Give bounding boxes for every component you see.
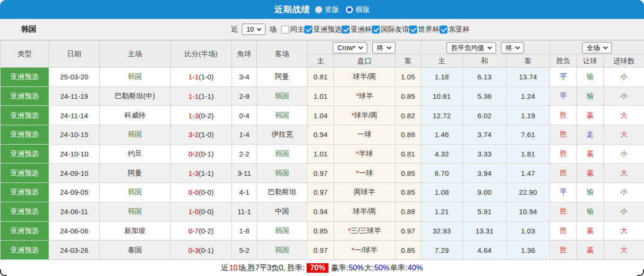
- cell-avg-home: 1.18: [421, 68, 463, 87]
- avg-type-select[interactable]: 胜平负均值: [447, 42, 496, 53]
- cell-score: 0-7(0-2): [171, 221, 232, 241]
- table-row[interactable]: 亚洲预选 24-03-26 泰国 0-3(0-1) 5-2 韩国 0.97 *一…: [0, 241, 644, 260]
- fulltime-score: 0-0: [189, 188, 199, 196]
- cell-odds-home: 0.85: [308, 221, 334, 241]
- table-row[interactable]: 亚洲预选 24-11-19 巴勒斯坦(中) 1-1(1-1) 2-8 韩国 1.…: [0, 86, 644, 106]
- cell-competition-type: 亚洲预选: [0, 106, 49, 125]
- filter-controls: 近 10 场 同主亚洲预选亚洲杯国际友谊世界杯东亚杯: [174, 24, 470, 35]
- competition-filter[interactable]: 国际友谊: [372, 25, 409, 34]
- cell-date: 24-11-19: [49, 86, 100, 106]
- avg-time-select[interactable]: 终: [501, 42, 524, 53]
- cell-competition-type: 亚洲预选: [0, 183, 49, 202]
- table-row[interactable]: 亚洲预选 24-06-11 韩国 1-0(0-0) 11-1 中国 0.94 球…: [0, 202, 644, 221]
- cell-date: 24-09-10: [49, 164, 100, 183]
- competition-filter[interactable]: 同主: [281, 25, 304, 34]
- cell-home-team[interactable]: 韩国: [100, 68, 171, 87]
- cell-away-team[interactable]: 韩国: [257, 106, 308, 125]
- halftime-score: (1-1): [199, 169, 214, 177]
- cell-corners: 3-4: [232, 68, 257, 87]
- cell-avg-draw: 3.33: [463, 144, 507, 164]
- layout-mode-group: 竖版横版: [315, 5, 370, 14]
- cell-odds-away: 0.85: [395, 164, 421, 183]
- cell-handicap: 两球半: [334, 183, 395, 202]
- cell-handicap: 一球: [334, 125, 395, 145]
- cell-avg-draw: 5.91: [463, 202, 507, 221]
- chevron-down-icon: [488, 44, 492, 49]
- table-row[interactable]: 亚洲预选 24-09-05 韩国 0-0(0-0) 4-1 巴勒斯坦 0.97 …: [0, 183, 644, 202]
- cell-odds-away: 0.85: [395, 86, 421, 106]
- cell-away-team[interactable]: 中国: [257, 202, 308, 221]
- cell-avg-home: 4.32: [421, 144, 463, 164]
- cell-avg-away: 1.36: [507, 241, 550, 260]
- cell-home-team[interactable]: 韩国: [100, 183, 171, 202]
- cell-home-team[interactable]: 韩国: [100, 125, 171, 145]
- odds-time-select[interactable]: 终: [372, 42, 395, 53]
- table-row[interactable]: 亚洲预选 24-10-10 约旦 0-2(0-1) 2-2 韩国 1.01 *半…: [0, 144, 644, 164]
- competition-filter[interactable]: 亚洲杯: [342, 25, 372, 34]
- cell-home-team[interactable]: 泰国: [100, 241, 171, 260]
- cell-away-team[interactable]: 韩国: [257, 164, 308, 183]
- col-header-corner: 角球: [232, 41, 257, 68]
- chevron-down-icon: [359, 44, 363, 49]
- cell-handicap: *三/三球半: [334, 221, 395, 241]
- layout-mode-option[interactable]: 横版: [346, 5, 370, 14]
- cell-avg-home: 7.29: [421, 241, 463, 260]
- cell-away-team[interactable]: 韩国: [257, 86, 308, 106]
- asterisk-icon: *: [352, 111, 354, 119]
- table-row[interactable]: 亚洲预选 25-03-20 韩国 1-1(1-0) 3-4 阿曼 0.81 球半…: [0, 68, 644, 87]
- cell-avg-draw: 13.31: [463, 221, 507, 241]
- cell-away-team[interactable]: 巴勒斯坦: [257, 183, 308, 202]
- fulltime-score: 1-3: [189, 112, 199, 120]
- cell-avg-away: 22.90: [507, 183, 550, 202]
- cell-date: 24-09-05: [49, 183, 100, 202]
- cell-home-team[interactable]: 巴勒斯坦(中): [100, 86, 171, 106]
- checkbox-icon[interactable]: [281, 26, 289, 34]
- cell-away-team[interactable]: 韩国: [257, 241, 308, 260]
- table-row[interactable]: 亚洲预选 24-11-14 科威特 1-3(0-2) 0-4 韩国 1.04 *…: [0, 106, 644, 125]
- cell-handicap-result: 走: [577, 125, 604, 145]
- fulltime-score: 0-3: [189, 246, 199, 254]
- results-table: 类型 日期 主场 比分(半场) 角球 客场 Crow* 终: [0, 40, 644, 260]
- cell-avg-draw: 3.94: [463, 164, 507, 183]
- cell-home-team[interactable]: 科威特: [100, 106, 171, 125]
- cell-wdl-result: 平: [550, 68, 577, 87]
- cell-handicap: *一球: [334, 164, 395, 183]
- radio-icon[interactable]: [315, 6, 322, 13]
- bookmaker-select[interactable]: Crow*: [333, 42, 367, 53]
- fulltime-score: 1-1: [189, 92, 199, 100]
- checkbox-icon[interactable]: [409, 26, 417, 34]
- layout-mode-option[interactable]: 竖版: [315, 5, 339, 14]
- cell-away-team[interactable]: 韩国: [257, 144, 308, 164]
- summary-text: 场,胜7平3负0, 胜率:: [238, 263, 304, 273]
- match-count-select[interactable]: 10: [242, 24, 266, 35]
- table-row[interactable]: 亚洲预选 24-06-06 新加坡 0-7(0-2) 1-8 韩国 0.85 *…: [0, 221, 644, 241]
- competition-filter[interactable]: 亚洲预选: [304, 25, 342, 34]
- cell-goals-result: 大: [604, 241, 644, 260]
- cell-home-team[interactable]: 韩国: [100, 202, 171, 221]
- cell-away-team[interactable]: 阿曼: [257, 68, 308, 87]
- cell-away-team[interactable]: 韩国: [257, 221, 308, 241]
- cell-avg-away: 1.47: [507, 164, 550, 183]
- competition-filter[interactable]: 世界杯: [409, 25, 439, 34]
- filter-label: 亚洲杯: [351, 25, 372, 34]
- radio-icon[interactable]: [346, 6, 353, 13]
- checkbox-icon[interactable]: [304, 26, 312, 34]
- cell-score: 1-1(1-0): [171, 68, 232, 87]
- summary-text: 赢率:: [331, 263, 348, 273]
- summary-text: 近: [221, 263, 229, 273]
- scope-select[interactable]: 全场: [582, 42, 612, 53]
- table-row[interactable]: 亚洲预选 24-10-15 韩国 3-2(1-0) 1-4 伊拉克 0.94 一…: [0, 125, 644, 145]
- table-row[interactable]: 亚洲预选 24-09-10 阿曼 1-3(1-1) 3-11 韩国 0.97 *…: [0, 164, 644, 183]
- cell-home-team[interactable]: 新加坡: [100, 221, 171, 241]
- cell-home-team[interactable]: 约旦: [100, 144, 171, 164]
- competition-filter[interactable]: 东亚杯: [439, 25, 470, 34]
- cell-goals-result: 小: [604, 86, 644, 106]
- cell-odds-home: 0.97: [308, 241, 334, 260]
- cell-odds-away: 1.05: [395, 68, 421, 87]
- cell-away-team[interactable]: 伊拉克: [257, 125, 308, 145]
- checkbox-icon[interactable]: [372, 26, 380, 34]
- checkbox-icon[interactable]: [439, 26, 447, 34]
- cell-home-team[interactable]: 阿曼: [100, 164, 171, 183]
- cell-avg-away: 10.94: [507, 202, 550, 221]
- checkbox-icon[interactable]: [342, 26, 350, 34]
